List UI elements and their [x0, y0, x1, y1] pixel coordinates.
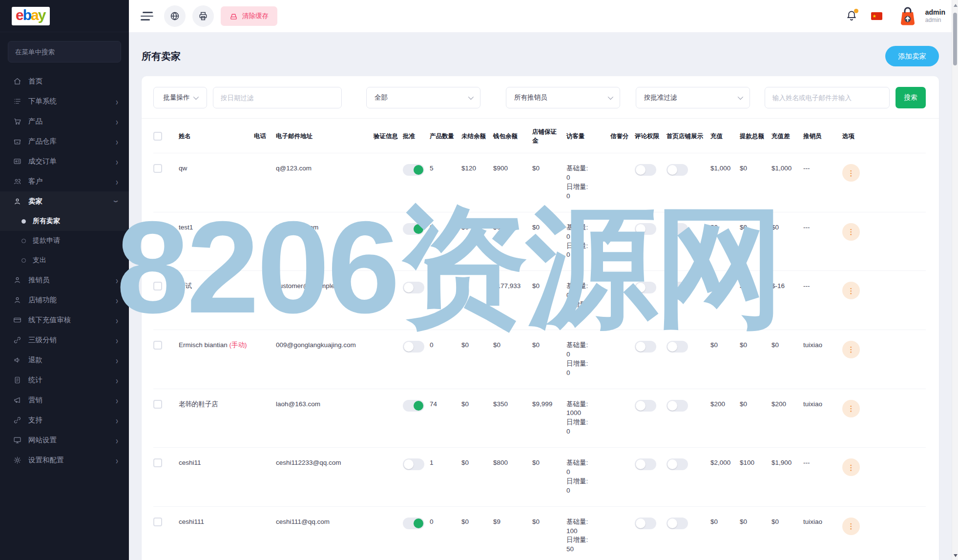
sidebar-item-order-system[interactable]: 下单系统› — [0, 91, 129, 111]
notifications-button[interactable] — [846, 10, 858, 22]
approve-toggle[interactable] — [403, 341, 424, 353]
sidebar-item-refund[interactable]: 退款› — [0, 350, 129, 370]
sidebar-item-offline-recharge[interactable]: 线下充值审核› — [0, 310, 129, 330]
status-filter-select[interactable]: 全部 — [366, 87, 480, 108]
row-options-button[interactable]: ⋮ — [842, 400, 860, 417]
menu-search-input[interactable] — [8, 41, 121, 62]
sidebar-item-warehouse[interactable]: 产品仓库› — [0, 131, 129, 151]
row-checkbox[interactable] — [153, 400, 162, 409]
chevron-right-icon: › — [116, 415, 118, 426]
toggle-knob — [667, 519, 677, 528]
ebay-logo[interactable]: ebay — [12, 7, 50, 25]
approve-toggle[interactable] — [403, 164, 424, 176]
row-options-button[interactable]: ⋮ — [842, 223, 860, 241]
row-checkbox[interactable] — [153, 341, 162, 350]
column-header: 充值 — [710, 119, 740, 153]
add-seller-button[interactable]: 添加卖家 — [885, 46, 939, 66]
notification-dot — [854, 9, 858, 13]
sidebar-item-stats[interactable]: 统计› — [0, 370, 129, 390]
sidebar-item-salesman[interactable]: 推销员› — [0, 270, 129, 290]
homepage-display-toggle[interactable] — [666, 223, 688, 235]
sidebar-item-seller[interactable]: 卖家› — [0, 191, 129, 211]
homepage-display-toggle[interactable] — [666, 458, 688, 470]
approve-toggle[interactable] — [403, 400, 424, 412]
sidebar-subitem[interactable]: 提款申请 — [0, 231, 129, 250]
row-checkbox[interactable] — [153, 282, 162, 290]
comment-permission-toggle[interactable] — [635, 223, 656, 235]
homepage-display-toggle[interactable] — [666, 164, 688, 176]
vertical-scrollbar[interactable] — [952, 0, 958, 560]
reputation-score-cell — [610, 153, 635, 212]
scroll-down-arrow[interactable] — [954, 554, 958, 557]
column-header: 推销员 — [803, 119, 842, 153]
visitor-daily-value: 0 — [566, 486, 605, 496]
sidebar-item-marketing[interactable]: 营销› — [0, 390, 129, 410]
homepage-display-toggle[interactable] — [666, 400, 688, 412]
salesman-name: --- — [803, 448, 842, 507]
comment-permission-toggle[interactable] — [635, 458, 656, 470]
row-options-button[interactable]: ⋮ — [842, 458, 860, 476]
row-options-button[interactable]: ⋮ — [842, 282, 860, 299]
approval-filter-select[interactable]: 按批准过滤 — [636, 87, 750, 108]
scrollbar-thumb[interactable] — [953, 13, 957, 65]
comment-permission-toggle[interactable] — [635, 164, 656, 176]
sidebar-item-deal-order[interactable]: 成交订单› — [0, 151, 129, 171]
salesman-filter-select[interactable]: 所有推销员 — [506, 87, 620, 108]
sidebar-menu: 首页下单系统›产品›产品仓库›成交订单›客户›卖家›所有卖家提款申请支出推销员›… — [0, 67, 129, 470]
bulk-actions-dropdown[interactable]: 批量操作 — [153, 87, 207, 108]
recharge-diff: $1,000 — [771, 153, 803, 212]
toggle-knob — [667, 342, 677, 352]
date-filter-input[interactable] — [213, 87, 342, 108]
print-button[interactable] — [192, 5, 214, 27]
sellers-table: 姓名电话电子邮件地址验证信息批准产品数量未结余额钱包余额店铺保证金访客量信誉分评… — [153, 119, 926, 560]
clear-cache-button[interactable]: 清除缓存 — [221, 6, 277, 26]
sidebar-item-settings-config[interactable]: 设置和配置› — [0, 450, 129, 470]
approve-toggle[interactable] — [403, 282, 424, 293]
comment-permission-toggle[interactable] — [635, 282, 656, 293]
sidebar-subitem[interactable]: 支出 — [0, 250, 129, 270]
sidebar-item-customers[interactable]: 客户› — [0, 171, 129, 191]
row-options-button[interactable]: ⋮ — [842, 518, 860, 535]
sidebar-item-home[interactable]: 首页 — [0, 71, 129, 91]
product-icon — [13, 117, 21, 126]
sidebar-item-product[interactable]: 产品› — [0, 111, 129, 131]
product-count: 0 — [430, 330, 461, 389]
salesman-name: tuixiao — [803, 330, 842, 389]
scroll-up-arrow[interactable] — [954, 4, 958, 7]
shopping-bag-avatar-icon — [896, 4, 919, 28]
row-checkbox[interactable] — [153, 223, 162, 232]
sidebar-subitem[interactable]: 所有卖家 — [0, 211, 129, 231]
approve-toggle[interactable] — [403, 458, 424, 470]
ebay-logo-letter: y — [38, 8, 45, 22]
recharge-diff: $-16 — [771, 271, 803, 330]
row-options-button[interactable]: ⋮ — [842, 341, 860, 358]
name-email-search-input[interactable] — [765, 87, 890, 108]
approve-toggle[interactable] — [403, 223, 424, 235]
comment-permission-toggle[interactable] — [635, 341, 656, 353]
search-button[interactable]: 搜索 — [896, 87, 926, 108]
refund-icon — [13, 356, 21, 365]
globe-language-button[interactable] — [164, 5, 186, 27]
homepage-display-toggle[interactable] — [666, 518, 688, 529]
sidebar-item-distribution[interactable]: 三级分销› — [0, 330, 129, 350]
comment-permission-toggle[interactable] — [635, 518, 656, 529]
sidebar-item-support[interactable]: 支持› — [0, 410, 129, 430]
user-avatar[interactable] — [896, 4, 919, 28]
china-flag-language-icon[interactable]: ★ — [871, 12, 882, 20]
select-all-checkbox[interactable] — [153, 132, 162, 141]
toggle-knob — [636, 459, 646, 469]
homepage-display-toggle[interactable] — [666, 282, 688, 293]
row-checkbox[interactable] — [153, 458, 162, 467]
sidebar-item-website-settings[interactable]: 网站设置› — [0, 430, 129, 450]
row-checkbox[interactable] — [153, 518, 162, 526]
seller-phone — [254, 271, 276, 330]
row-checkbox[interactable] — [153, 164, 162, 173]
row-options-button[interactable]: ⋮ — [842, 164, 860, 182]
sidebar-item-shop-feature[interactable]: 店铺功能› — [0, 290, 129, 310]
ebay-logo-letter: e — [16, 8, 23, 22]
hamburger-menu-icon[interactable] — [141, 10, 155, 22]
approve-toggle[interactable] — [403, 518, 424, 529]
chevron-right-icon: › — [116, 96, 118, 107]
homepage-display-toggle[interactable] — [666, 341, 688, 353]
comment-permission-toggle[interactable] — [635, 400, 656, 412]
